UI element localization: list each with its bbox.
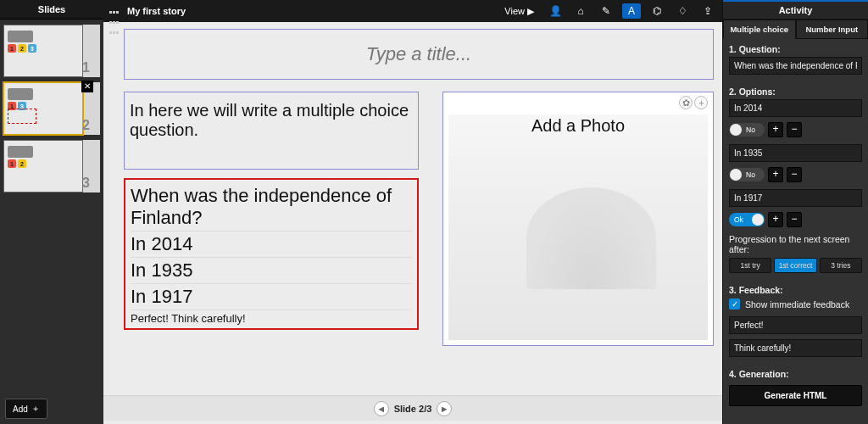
prev-slide-button[interactable]: ◄ <box>374 401 389 416</box>
slides-list: 123 1 ✕ 13 2 12 3 <box>0 20 103 393</box>
option-remove-1[interactable]: − <box>787 122 802 137</box>
close-icon[interactable]: ✕ <box>81 81 93 92</box>
options-label: 2. Options: <box>729 86 862 97</box>
play-icon: ▶ <box>527 6 534 17</box>
view-button[interactable]: View ▶ <box>499 4 539 19</box>
feedback-label: 3. Feedback: <box>729 285 862 295</box>
option-add-1[interactable]: + <box>768 122 783 137</box>
feedback-positive-input[interactable] <box>729 316 862 334</box>
slide-number: 2 <box>82 118 90 133</box>
option-input-1[interactable] <box>729 99 862 117</box>
pencil-icon[interactable]: ✎ <box>597 5 615 17</box>
activity-panel: Activity Multiple choice Number Input 1.… <box>722 0 868 424</box>
photo-label: Add a Photo <box>443 116 713 136</box>
photo-placeholder[interactable]: ✿ ＋ Add a Photo <box>442 92 714 346</box>
tab-multiple-choice[interactable]: Multiple choice <box>723 20 796 39</box>
photo-settings-icon[interactable]: ✿ <box>679 96 693 109</box>
prog-3-tries[interactable]: 3 tries <box>820 258 862 273</box>
title-input[interactable]: Type a title... <box>124 29 714 80</box>
option-input-2[interactable] <box>729 144 862 162</box>
activity-header: Activity <box>723 0 868 20</box>
pager-label: Slide 2/3 <box>394 404 432 414</box>
quiz-question: When was the independence of Finland? <box>131 183 412 231</box>
next-slide-button[interactable]: ► <box>437 401 452 416</box>
topbar: My first story View ▶ 👤 ⌂ ✎ A ⌬ ♢ ⇪ <box>103 0 722 22</box>
export-icon[interactable]: ⇪ <box>698 5 717 17</box>
main-area: My first story View ▶ 👤 ⌂ ✎ A ⌬ ♢ ⇪ Type… <box>103 0 722 424</box>
quiz-block[interactable]: When was the independence of Finland? In… <box>124 178 419 330</box>
feedback-checkbox[interactable]: ✓ <box>729 298 740 310</box>
slide-thumb-3[interactable]: 12 3 <box>3 140 100 192</box>
photo-add-icon[interactable]: ＋ <box>694 96 708 109</box>
quiz-option: In 1917 <box>131 283 412 310</box>
option-remove-2[interactable]: − <box>787 167 802 182</box>
generate-html-button[interactable]: Generate HTML <box>729 385 862 406</box>
text-tool-icon[interactable]: A <box>622 3 641 19</box>
branch-icon[interactable]: ♢ <box>673 5 692 17</box>
quiz-option: In 1935 <box>131 257 412 283</box>
prog-1st-correct[interactable]: 1st correct <box>774 258 816 273</box>
option-add-2[interactable]: + <box>768 167 783 182</box>
slide-number: 1 <box>82 60 90 75</box>
home-icon[interactable]: ⌂ <box>571 5 590 17</box>
question-label: 1. Question: <box>729 44 862 54</box>
quiz-feedback: Perfect! Think carefully! <box>131 310 412 326</box>
slide-thumb-2[interactable]: ✕ 13 2 <box>3 82 100 135</box>
generation-label: 4. Generation: <box>729 369 862 379</box>
story-title: My first story <box>127 6 186 16</box>
quiz-option: In 2014 <box>131 231 412 257</box>
add-slide-button[interactable]: Add＋ <box>5 399 47 419</box>
progression-label: Progression to the next screen after: <box>729 234 862 254</box>
tab-number-input[interactable]: Number Input <box>796 20 869 39</box>
option-toggle-3[interactable]: Ok <box>729 213 765 226</box>
question-input[interactable] <box>729 57 862 75</box>
feedback-check-label: Show immediate feedback <box>745 299 849 310</box>
grid-icon[interactable] <box>108 5 120 17</box>
plus-icon: ＋ <box>31 403 40 415</box>
slide-pager: ◄ Slide 2/3 ► <box>103 395 722 421</box>
feedback-negative-input[interactable] <box>729 339 862 357</box>
option-remove-3[interactable]: − <box>787 212 802 227</box>
link-icon[interactable]: ⌬ <box>648 5 666 17</box>
text-block[interactable]: In here we will write a multiple choice … <box>124 92 419 170</box>
option-input-3[interactable] <box>729 189 862 207</box>
slides-header: Slides <box>0 0 103 20</box>
option-toggle-2[interactable]: No <box>729 168 765 181</box>
slide-thumb-1[interactable]: 123 1 <box>3 25 100 77</box>
option-add-3[interactable]: + <box>768 212 783 227</box>
slide-number: 3 <box>82 176 90 191</box>
option-toggle-1[interactable]: No <box>729 123 765 137</box>
prog-1st-try[interactable]: 1st try <box>729 258 771 273</box>
slide-canvas: Type a title... In here we will write a … <box>124 29 714 346</box>
slides-panel: Slides 123 1 ✕ 13 2 12 3 Add＋ <box>0 0 103 424</box>
user-icon[interactable]: 👤 <box>546 5 565 17</box>
